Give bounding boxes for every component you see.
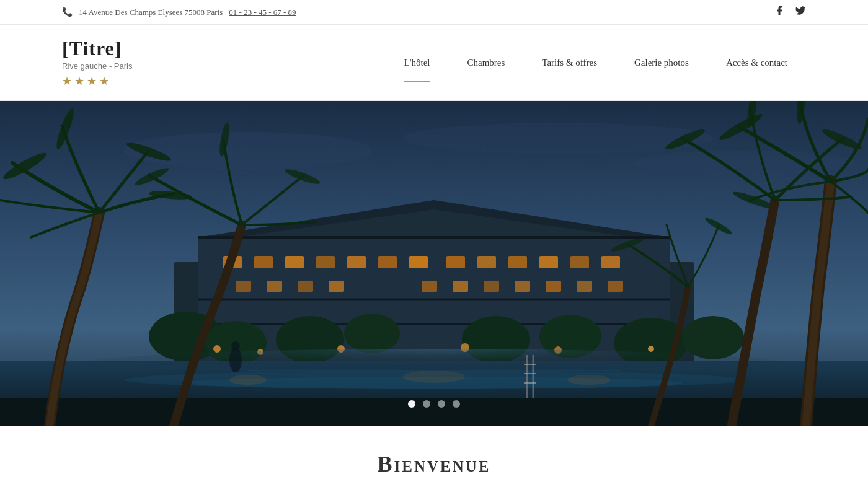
welcome-title: Bienvenue: [0, 451, 868, 477]
stars: ★ ★ ★ ★: [62, 74, 109, 88]
svg-point-1: [124, 132, 372, 169]
main-nav: L'hôtel Chambres Tarifs & offres Galerie…: [236, 58, 806, 68]
svg-rect-15: [378, 256, 397, 268]
svg-rect-24: [267, 281, 282, 292]
nav-chambres[interactable]: Chambres: [449, 58, 524, 68]
slide-indicators: [408, 400, 460, 408]
svg-point-43: [682, 316, 744, 359]
svg-rect-18: [477, 256, 496, 268]
svg-rect-21: [570, 256, 589, 268]
svg-rect-33: [608, 281, 623, 292]
twitter-icon[interactable]: [795, 5, 806, 19]
phone-icon: 📞: [62, 7, 73, 17]
facebook-icon[interactable]: [774, 5, 785, 19]
svg-rect-17: [446, 256, 465, 268]
svg-point-62: [567, 375, 611, 385]
star-4: ★: [99, 74, 109, 88]
star-1: ★: [62, 74, 72, 88]
header: [Titre] Rive gauche - Paris ★ ★ ★ ★ L'hô…: [0, 25, 868, 101]
svg-point-60: [229, 375, 267, 385]
svg-rect-19: [508, 256, 527, 268]
svg-rect-13: [316, 256, 335, 268]
star-3: ★: [87, 74, 97, 88]
svg-rect-29: [484, 281, 499, 292]
nav-acces[interactable]: Accès & contact: [707, 58, 806, 68]
svg-rect-16: [409, 256, 428, 268]
address-text: 14 Avenue Des Champs Elysees 75008 Paris: [79, 7, 223, 17]
contact-info: 📞 14 Avenue Des Champs Elysees 75008 Par…: [62, 7, 296, 17]
logo-title: [Titre]: [62, 37, 122, 60]
svg-rect-30: [515, 281, 530, 292]
slide-dot-2[interactable]: [423, 400, 430, 408]
phone-link[interactable]: 01 - 23 - 45 - 67 - 89: [229, 7, 296, 17]
slide-dot-1[interactable]: [408, 400, 415, 408]
nav-galerie[interactable]: Galerie photos: [616, 58, 707, 68]
social-links: [774, 5, 806, 19]
star-2: ★: [74, 74, 84, 88]
svg-rect-27: [422, 281, 437, 292]
svg-rect-31: [546, 281, 561, 292]
svg-rect-14: [347, 256, 366, 268]
slide-dot-3[interactable]: [438, 400, 445, 408]
hero-image: [0, 101, 868, 426]
svg-rect-25: [298, 281, 313, 292]
svg-point-49: [648, 346, 654, 352]
svg-rect-11: [254, 256, 273, 268]
svg-rect-20: [539, 256, 558, 268]
svg-rect-26: [329, 281, 344, 292]
logo-subtitle: Rive gauche - Paris: [62, 61, 132, 71]
svg-rect-28: [453, 281, 468, 292]
top-bar: 📞 14 Avenue Des Champs Elysees 75008 Par…: [0, 0, 868, 25]
hero-section: [0, 101, 868, 426]
svg-rect-22: [601, 256, 620, 268]
svg-rect-9: [198, 236, 670, 239]
welcome-section: Bienvenue: [0, 426, 868, 487]
slide-dot-4[interactable]: [453, 400, 460, 408]
nav-tarifs[interactable]: Tarifs & offres: [523, 58, 616, 68]
svg-rect-23: [236, 281, 251, 292]
svg-point-44: [213, 345, 221, 353]
svg-rect-12: [285, 256, 304, 268]
logo-section: [Titre] Rive gauche - Paris ★ ★ ★ ★: [62, 37, 236, 88]
svg-point-79: [229, 348, 242, 372]
svg-point-39: [344, 314, 400, 353]
svg-point-80: [231, 341, 240, 350]
nav-hotel[interactable]: L'hôtel: [386, 58, 449, 68]
svg-rect-32: [577, 281, 592, 292]
svg-point-61: [403, 371, 465, 383]
